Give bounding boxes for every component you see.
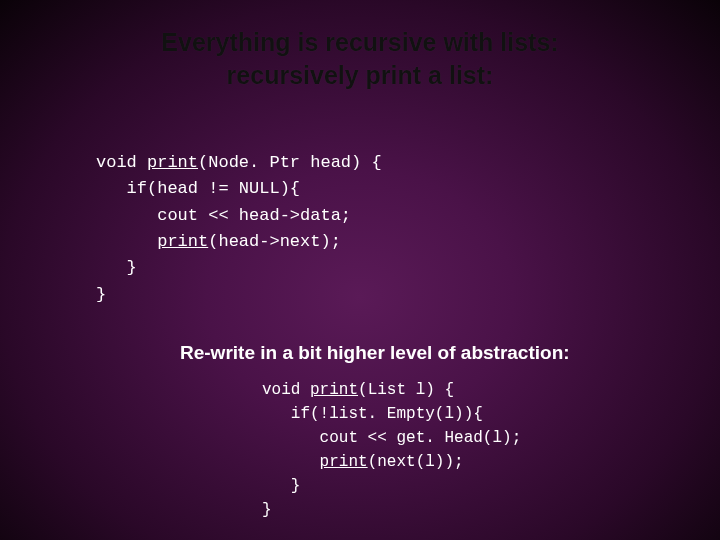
c2-l3: cout << get. Head(l); [262,429,521,447]
c1-l4b: print [157,232,208,251]
c2-l1b: print [310,381,358,399]
c2-l6: } [262,501,272,519]
c1-l1a: void [96,153,147,172]
c2-l1a: void [262,381,310,399]
c2-l2: if(!list. Empty(l)){ [262,405,483,423]
c2-l1c: (List l) { [358,381,454,399]
c2-l4c: (next(l)); [368,453,464,471]
slide: Everything is recursive with lists: recu… [0,0,720,540]
c2-l4a [262,453,320,471]
c1-l1b: print [147,153,198,172]
slide-title: Everything is recursive with lists: recu… [0,0,720,91]
c1-l6: } [96,285,106,304]
code-block-2: void print(List l) { if(!list. Empty(l))… [262,378,521,522]
title-line-1: Everything is recursive with lists: [161,28,558,56]
c1-l1c: (Node. Ptr head) { [198,153,382,172]
c1-l5: } [96,258,137,277]
c1-l2: if(head != NULL){ [96,179,300,198]
title-line-2: recursively print a list: [227,61,494,89]
c1-l4a [96,232,157,251]
c1-l4c: (head->next); [208,232,341,251]
subheading: Re-write in a bit higher level of abstra… [180,342,570,364]
c2-l4b: print [320,453,368,471]
c1-l3: cout << head->data; [96,206,351,225]
code-block-1: void print(Node. Ptr head) { if(head != … [96,150,382,308]
c2-l5: } [262,477,300,495]
